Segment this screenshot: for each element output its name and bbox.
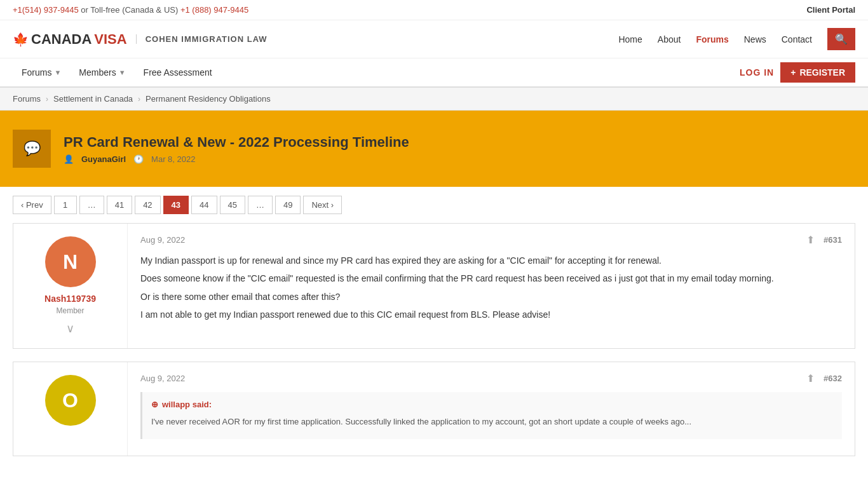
avatar-letter: N [63,250,78,274]
phone1-link[interactable]: +1(514) 937-9445 [13,5,79,15]
phone-separator: or Toll-free (Canada & US) [81,5,180,15]
avatar: O [45,375,96,426]
sec-nav-forums[interactable]: Forums ▼ [13,58,70,86]
page-49-button[interactable]: 49 [275,196,301,214]
logo[interactable]: 🍁 CANADAVISA [13,31,127,48]
secondary-nav-left: Forums ▼ Members ▼ Free Assessment [13,58,221,86]
page-44-button[interactable]: 44 [191,196,217,214]
nav-home[interactable]: Home [618,34,642,44]
law-text: IMMIGRATION LAW [181,34,267,44]
page-45-button[interactable]: 45 [220,196,245,214]
post-number: #631 [824,235,842,245]
phone2-link[interactable]: +1 (888) 947-9445 [180,5,248,15]
cohen-law-logo: COHEN IMMIGRATION LAW [136,34,268,44]
logo-canada-text: CANADA [31,31,92,48]
post-header: Aug 9, 2022 ⬆ #631 [140,234,842,246]
prev-page-button[interactable]: ‹ Prev [13,196,51,214]
post-line-1: My Indian passport is up for renewal and… [140,254,842,268]
quote-header: ⊕ willapp said: [151,398,833,412]
breadcrumb-sep-2: › [138,95,140,104]
clock-icon: 🕐 [133,154,144,164]
post-actions: ⬆ #632 [806,372,842,384]
breadcrumb-sep-1: › [46,95,48,104]
sec-nav-free-assessment[interactable]: Free Assessment [135,58,221,86]
thread-info: PR Card Renewal & New - 2022 Processing … [64,134,409,164]
breadcrumb-forums[interactable]: Forums [13,94,41,104]
share-icon[interactable]: ⬆ [806,234,815,246]
search-button[interactable]: 🔍 [827,28,855,50]
post-header: Aug 9, 2022 ⬆ #632 [140,372,842,384]
post-actions: ⬆ #631 [806,234,842,246]
page-ellipsis-2: … [248,196,273,214]
post-line-3: Or is there some other email that comes … [140,290,842,304]
nav-contact[interactable]: Contact [782,34,812,44]
nav-about[interactable]: About [658,34,681,44]
post-author-col: O [13,362,128,456]
top-bar: +1(514) 937-9445 or Toll-free (Canada & … [0,0,868,20]
expand-author-button[interactable]: ∨ [66,322,74,336]
post-date: Aug 9, 2022 [140,235,185,245]
quote-icon: ⊕ [151,398,158,412]
posts-area: N Nash119739 Member ∨ Aug 9, 2022 ⬆ #631… [0,223,868,456]
chat-icon: 💬 [24,140,41,157]
quote-text: I've never received AOR for my first tim… [151,416,833,429]
author-icon: 👤 [64,154,74,164]
thread-icon: 💬 [13,130,51,168]
pagination: ‹ Prev 1 … 41 42 43 44 45 … 49 Next › [0,187,868,223]
search-icon: 🔍 [835,34,848,44]
logo-visa-text: VISA [94,31,126,48]
maple-leaf-icon: 🍁 [13,32,29,47]
forums-arrow-icon: ▼ [54,69,61,76]
thread-date: Mar 8, 2022 [151,154,195,164]
sec-nav-members[interactable]: Members ▼ [70,58,134,86]
register-plus-icon: + [790,67,796,78]
quote-author: willapp said: [162,398,212,412]
logo-area: 🍁 CANADAVISA COHEN IMMIGRATION LAW [13,31,268,48]
client-portal-link[interactable]: Client Portal [806,5,855,15]
avatar-letter: O [62,389,78,412]
post-date: Aug 9, 2022 [140,374,185,383]
secondary-nav: Forums ▼ Members ▼ Free Assessment LOG I… [0,58,868,88]
page-1-button[interactable]: 1 [54,196,77,214]
post-line-4: I am not able to get my Indian passport … [140,308,842,322]
top-bar-contact: +1(514) 937-9445 or Toll-free (Canada & … [13,5,248,15]
page-43-button[interactable]: 43 [163,196,189,214]
thread-title: PR Card Renewal & New - 2022 Processing … [64,134,409,151]
login-button[interactable]: LOG IN [740,67,774,78]
table-row: O Aug 9, 2022 ⬆ #632 ⊕ willapp said: [13,362,855,456]
main-nav: Home About Forums News Contact 🔍 [618,28,855,50]
breadcrumb: Forums › Settlement in Canada › Permanen… [0,88,868,111]
share-icon[interactable]: ⬆ [806,372,815,384]
author-role: Member [56,306,84,315]
next-page-button[interactable]: Next › [303,196,342,214]
breadcrumb-current: Permanent Residency Obligations [146,94,271,104]
quote-block: ⊕ willapp said: I've never received AOR … [140,392,842,439]
register-button[interactable]: + REGISTER [780,62,855,83]
thread-author[interactable]: GuyanaGirl [81,154,126,164]
header: 🍁 CANADAVISA COHEN IMMIGRATION LAW Home … [0,20,868,58]
avatar: N [45,236,96,287]
members-arrow-icon: ▼ [119,69,126,76]
post-author-col: N Nash119739 Member ∨ [13,224,128,348]
cohen-text: COHEN [146,34,179,44]
author-name[interactable]: Nash119739 [44,294,96,304]
nav-news[interactable]: News [744,34,766,44]
register-label: REGISTER [799,67,845,78]
post-content: Aug 9, 2022 ⬆ #631 My Indian passport is… [128,224,855,348]
thread-meta: 👤 GuyanaGirl 🕐 Mar 8, 2022 [64,154,409,164]
post-body: ⊕ willapp said: I've never received AOR … [140,392,842,439]
post-body: My Indian passport is up for renewal and… [140,254,842,322]
nav-forums[interactable]: Forums [696,34,728,44]
post-content: Aug 9, 2022 ⬆ #632 ⊕ willapp said: I've … [128,362,855,456]
page-ellipsis-1: … [79,196,104,214]
page-42-button[interactable]: 42 [135,196,160,214]
post-line-2: Does someone know if the "CIC email" req… [140,271,842,285]
breadcrumb-settlement[interactable]: Settlement in Canada [53,94,133,104]
table-row: N Nash119739 Member ∨ Aug 9, 2022 ⬆ #631… [13,223,855,349]
post-number: #632 [824,374,842,383]
secondary-nav-right: LOG IN + REGISTER [740,62,855,83]
thread-banner: 💬 PR Card Renewal & New - 2022 Processin… [0,111,868,187]
page-41-button[interactable]: 41 [107,196,132,214]
